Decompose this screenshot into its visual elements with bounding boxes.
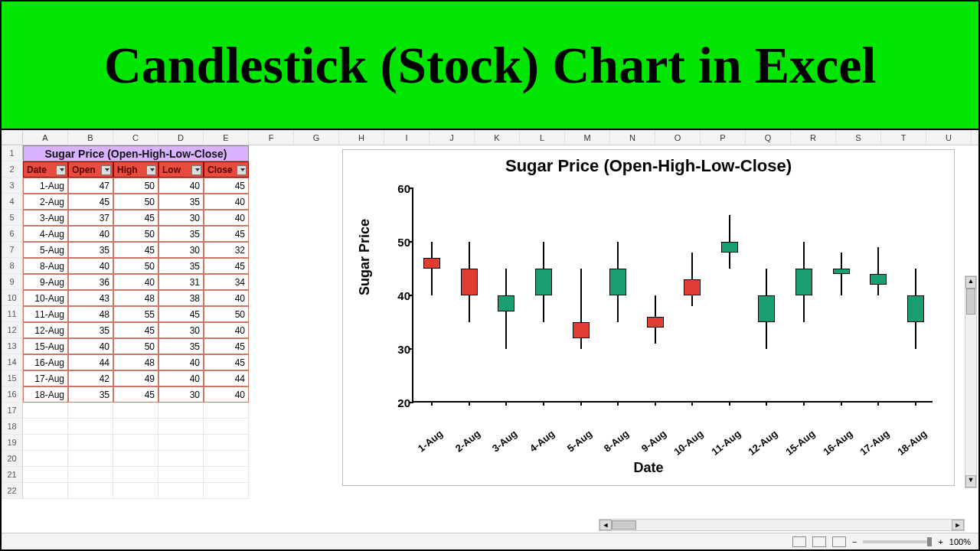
- normal-view-icon[interactable]: [792, 536, 806, 547]
- empty-cell[interactable]: [68, 435, 113, 451]
- column-header[interactable]: K: [475, 130, 520, 145]
- empty-cell[interactable]: [204, 483, 249, 499]
- column-header[interactable]: H: [339, 130, 384, 145]
- column-header[interactable]: A: [23, 130, 68, 145]
- empty-cell[interactable]: [23, 483, 68, 499]
- table-cell[interactable]: 36: [68, 274, 113, 290]
- empty-cell[interactable]: [68, 403, 113, 419]
- table-cell[interactable]: 9-Aug: [23, 274, 68, 290]
- table-cell[interactable]: 30: [158, 210, 204, 226]
- empty-cell[interactable]: [68, 467, 113, 483]
- empty-cell[interactable]: [158, 419, 204, 435]
- column-header[interactable]: G: [294, 130, 339, 145]
- table-cell[interactable]: 1-Aug: [23, 178, 68, 194]
- empty-cell[interactable]: [113, 435, 158, 451]
- column-header[interactable]: N: [610, 130, 655, 145]
- table-cell[interactable]: 16-Aug: [23, 354, 68, 370]
- row-number[interactable]: 15: [2, 370, 23, 386]
- table-cell[interactable]: 37: [68, 210, 113, 226]
- row-number[interactable]: 6: [2, 226, 23, 242]
- table-cell[interactable]: 45: [204, 226, 249, 242]
- table-header-cell[interactable]: Close: [204, 161, 249, 178]
- row-number[interactable]: 2: [2, 161, 23, 178]
- empty-cell[interactable]: [158, 435, 204, 451]
- row-number[interactable]: 22: [2, 483, 23, 499]
- empty-cell[interactable]: [204, 419, 249, 435]
- column-header[interactable]: J: [430, 130, 475, 145]
- table-cell[interactable]: 40: [158, 178, 204, 194]
- vertical-scrollbar[interactable]: ▲ ▼: [965, 276, 977, 488]
- table-cell[interactable]: 45: [113, 242, 158, 258]
- table-cell[interactable]: 45: [113, 386, 158, 403]
- empty-cell[interactable]: [204, 403, 249, 419]
- column-header[interactable]: E: [204, 130, 249, 145]
- table-cell[interactable]: 50: [113, 338, 158, 354]
- scroll-down-button[interactable]: ▼: [965, 475, 976, 487]
- table-cell[interactable]: 47: [68, 178, 113, 194]
- table-cell[interactable]: 45: [158, 306, 204, 322]
- row-number[interactable]: 7: [2, 242, 23, 258]
- table-cell[interactable]: 50: [204, 306, 249, 322]
- row-number[interactable]: 9: [2, 274, 23, 290]
- empty-cell[interactable]: [204, 451, 249, 467]
- table-cell[interactable]: 35: [68, 242, 113, 258]
- table-cell[interactable]: 17-Aug: [23, 370, 68, 386]
- column-header[interactable]: Q: [746, 130, 791, 145]
- table-cell[interactable]: 45: [204, 258, 249, 274]
- empty-cell[interactable]: [113, 451, 158, 467]
- table-cell[interactable]: 40: [68, 338, 113, 354]
- table-cell[interactable]: 45: [113, 322, 158, 338]
- horizontal-scroll-thumb[interactable]: [612, 520, 636, 530]
- row-number[interactable]: 17: [2, 403, 23, 419]
- row-number[interactable]: 16: [2, 386, 23, 403]
- empty-cell[interactable]: [158, 451, 204, 467]
- column-header[interactable]: L: [520, 130, 565, 145]
- column-header[interactable]: O: [655, 130, 701, 145]
- table-cell[interactable]: 40: [158, 354, 204, 370]
- empty-cell[interactable]: [113, 467, 158, 483]
- horizontal-scrollbar[interactable]: ◄ ►: [599, 519, 965, 531]
- table-cell[interactable]: 8-Aug: [23, 258, 68, 274]
- table-cell[interactable]: 40: [158, 370, 204, 386]
- table-cell[interactable]: 40: [68, 226, 113, 242]
- scroll-up-button[interactable]: ▲: [965, 276, 976, 289]
- column-header[interactable]: I: [384, 130, 430, 145]
- table-cell[interactable]: 55: [113, 306, 158, 322]
- column-header[interactable]: U: [926, 130, 972, 145]
- empty-cell[interactable]: [23, 403, 68, 419]
- empty-cell[interactable]: [68, 419, 113, 435]
- scroll-right-button[interactable]: ►: [952, 520, 964, 530]
- empty-cell[interactable]: [158, 403, 204, 419]
- empty-cell[interactable]: [204, 467, 249, 483]
- table-cell[interactable]: 31: [158, 274, 204, 290]
- empty-cell[interactable]: [113, 419, 158, 435]
- table-cell[interactable]: 45: [204, 178, 249, 194]
- table-cell[interactable]: 48: [113, 290, 158, 306]
- table-cell[interactable]: 35: [68, 386, 113, 403]
- row-number[interactable]: 18: [2, 419, 23, 435]
- row-number[interactable]: 3: [2, 178, 23, 194]
- zoom-out-button[interactable]: −: [852, 537, 857, 546]
- row-number[interactable]: 20: [2, 451, 23, 467]
- empty-cell[interactable]: [23, 435, 68, 451]
- empty-cell[interactable]: [204, 435, 249, 451]
- empty-cell[interactable]: [113, 483, 158, 499]
- table-title-cell[interactable]: Sugar Price (Open-High-Low-Close): [23, 145, 249, 161]
- table-cell[interactable]: 43: [68, 290, 113, 306]
- page-break-view-icon[interactable]: [832, 536, 846, 547]
- spreadsheet-grid[interactable]: 1Sugar Price (Open-High-Low-Close)2DateO…: [2, 145, 249, 499]
- candlestick-chart[interactable]: Sugar Price (Open-High-Low-Close) Sugar …: [342, 149, 955, 486]
- scroll-left-button[interactable]: ◄: [599, 520, 612, 530]
- table-cell[interactable]: 30: [158, 322, 204, 338]
- table-cell[interactable]: 35: [158, 226, 204, 242]
- table-cell[interactable]: 32: [204, 242, 249, 258]
- table-cell[interactable]: 42: [68, 370, 113, 386]
- table-cell[interactable]: 45: [113, 210, 158, 226]
- table-cell[interactable]: 48: [68, 306, 113, 322]
- table-header-cell[interactable]: High: [113, 161, 158, 178]
- table-cell[interactable]: 45: [204, 354, 249, 370]
- table-cell[interactable]: 11-Aug: [23, 306, 68, 322]
- column-header[interactable]: F: [249, 130, 294, 145]
- table-header-cell[interactable]: Open: [68, 161, 113, 178]
- table-cell[interactable]: 44: [204, 370, 249, 386]
